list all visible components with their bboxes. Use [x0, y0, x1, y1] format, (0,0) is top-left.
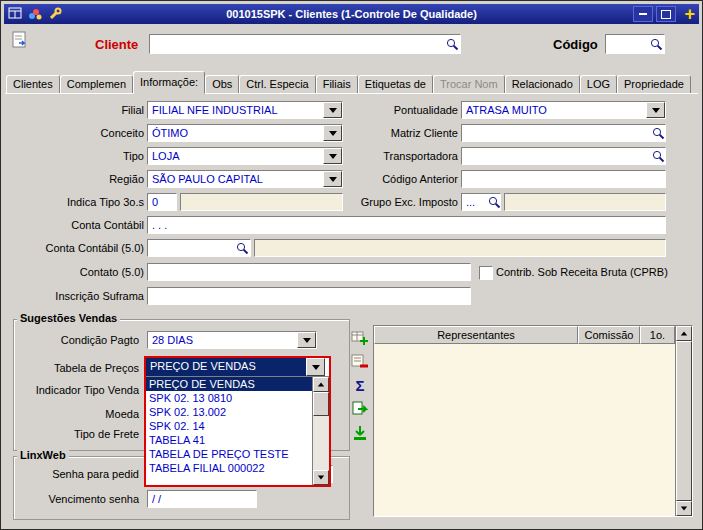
tab-obs[interactable]: Obs [205, 75, 239, 94]
chevron-down-icon [323, 148, 342, 164]
tabela-precos-list: PREÇO DE VENDAS SPK 02. 13 0810 SPK 02. … [146, 376, 329, 485]
regiao-combo[interactable]: SÃO PAULO CAPITAL [147, 170, 343, 188]
tab-complemento[interactable]: Complemen [60, 75, 133, 94]
matriz-cliente-input[interactable] [461, 124, 666, 142]
conta-contabil-50-search-icon[interactable] [235, 241, 249, 255]
codigo-label: Código [553, 37, 598, 52]
tabela-precos-label: Tabela de Preços [9, 359, 139, 377]
beads-icon[interactable] [28, 7, 42, 22]
list-item[interactable]: TABELA 41 [146, 433, 312, 447]
download-icon[interactable] [350, 423, 370, 443]
maximize-button[interactable] [656, 6, 676, 22]
grid-body[interactable] [374, 344, 675, 516]
tabela-precos-combo[interactable]: PREÇO DE VENDAS [146, 358, 325, 376]
cliente-search-icon[interactable] [445, 37, 459, 51]
grupo-exc-imposto-label: Grupo Exc. Imposto [346, 193, 458, 211]
matriz-cliente-search-icon[interactable] [651, 126, 665, 140]
condicao-pagto-combo[interactable]: 28 DIAS [147, 331, 317, 349]
tab-log[interactable]: LOG [580, 75, 617, 94]
scroll-up-icon [676, 326, 692, 341]
tab-filiais[interactable]: Filiais [316, 75, 358, 94]
matriz-cliente-label: Matriz Cliente [346, 124, 458, 142]
transportadora-label: Transportadora [346, 147, 458, 165]
tab-ctrl-especial[interactable]: Ctrl. Especia [239, 75, 315, 94]
cprb-checkbox[interactable] [479, 266, 493, 280]
transportadora-search-icon[interactable] [651, 149, 665, 163]
minimize-button[interactable] [633, 6, 653, 22]
app-window: 001015SPK - Clientes (1-Controle De Qual… [0, 0, 703, 530]
col-comissao[interactable]: Comissão [578, 326, 640, 344]
list-item[interactable]: TABELA FILIAL 000022 [146, 461, 312, 475]
tab-panel-divider [5, 93, 698, 94]
close-plus-icon[interactable]: + [684, 7, 695, 21]
condicao-pagto-label: Condição Pagto [9, 331, 139, 349]
list-item[interactable]: TABELA DE PREÇO TESTE [146, 447, 312, 461]
transportadora-input[interactable] [461, 147, 666, 165]
tab-trocar-nome: Trocar Nom [433, 75, 505, 94]
scroll-down-icon [313, 470, 329, 485]
chevron-down-icon [306, 358, 325, 376]
inscricao-suframa-input[interactable] [147, 287, 471, 305]
titlebar: 001015SPK - Clientes (1-Controle De Qual… [4, 4, 699, 24]
tab-etiquetas[interactable]: Etiquetas de [358, 75, 433, 94]
col-representantes[interactable]: Representantes [374, 326, 578, 344]
inscricao-suframa-label: Inscrição Suframa [9, 287, 144, 305]
chevron-down-icon [323, 125, 342, 141]
scroll-down-icon [676, 501, 692, 516]
cliente-input[interactable] [149, 34, 461, 54]
cliente-label: Cliente [95, 37, 138, 52]
export-doc-icon[interactable] [350, 399, 370, 419]
window-title: 001015SPK - Clientes (1-Controle De Qual… [4, 8, 699, 20]
vencimento-senha-label: Vencimento senha [9, 490, 139, 508]
tipo-frete-label: Tipo de Frete [9, 425, 139, 443]
tipo-combo[interactable]: LOJA [147, 147, 343, 165]
conceito-combo[interactable]: ÓTIMO [147, 124, 343, 142]
list-item[interactable]: PREÇO DE VENDAS [146, 377, 312, 391]
wrench-icon[interactable] [48, 7, 62, 22]
indica-tipo-desc-field [180, 193, 343, 211]
dropdown-scrollbar[interactable] [312, 377, 329, 485]
filial-label: Filial [9, 101, 144, 119]
col-1o[interactable]: 1o. [640, 326, 675, 344]
conta-contabil-input[interactable]: . . . [147, 216, 666, 234]
regiao-label: Região [9, 170, 144, 188]
tab-strip: Clientes Complemen Informaçõe: Obs Ctrl.… [6, 71, 697, 94]
list-item[interactable]: SPK 02. 13.002 [146, 405, 312, 419]
cprb-checkbox-label: Contrib. Sob Receita Bruta (CPRB) [496, 266, 668, 278]
tabela-precos-open-dropdown: PREÇO DE VENDAS PREÇO DE VENDAS SPK 02. … [144, 356, 331, 487]
list-item[interactable]: SPK 02. 14 [146, 419, 312, 433]
contato-50-input[interactable] [147, 263, 471, 281]
indica-tipo-label: Indica Tipo 3o.s [9, 193, 144, 211]
sugestoes-vendas-title: Sugestões Vendas [17, 312, 120, 324]
grid-add-icon[interactable] [350, 327, 370, 347]
codigo-anterior-input[interactable] [461, 170, 666, 188]
tipo-label: Tipo [9, 147, 144, 165]
indica-tipo-input[interactable]: 0 [147, 193, 177, 211]
chevron-down-icon [323, 102, 342, 118]
tab-clientes[interactable]: Clientes [6, 75, 60, 94]
conceito-label: Conceito [9, 124, 144, 142]
linxweb-title: LinxWeb [17, 449, 69, 461]
tab-informacoes[interactable]: Informaçõe: [133, 71, 205, 94]
codigo-search-icon[interactable] [649, 37, 663, 51]
vencimento-senha-input[interactable]: / / [147, 490, 257, 508]
grupo-exc-imposto-search-icon[interactable] [487, 195, 501, 209]
window-grid-icon[interactable] [8, 7, 22, 21]
list-item[interactable]: SPK 02. 13 0810 [146, 391, 312, 405]
chevron-down-icon [323, 171, 342, 187]
moeda-label: Moeda [9, 405, 139, 423]
grid-scrollbar[interactable] [675, 326, 692, 516]
sum-sigma-icon[interactable]: Σ [350, 375, 370, 395]
grid-remove-icon[interactable] [350, 351, 370, 371]
export-page-icon[interactable] [11, 31, 29, 51]
filial-combo[interactable]: FILIAL NFE INDUSTRIAL [147, 101, 343, 119]
contato-50-label: Contato (5.0) [9, 263, 144, 281]
chevron-down-icon [646, 102, 665, 118]
scroll-up-icon [313, 377, 329, 392]
tab-propriedade[interactable]: Propriedade [617, 75, 691, 94]
pontualidade-combo[interactable]: ATRASA MUITO [461, 101, 666, 119]
pontualidade-label: Pontualidade [346, 101, 458, 119]
senha-pedido-label: Senha para pedid [9, 465, 139, 483]
tab-relacionado[interactable]: Relacionado [505, 75, 580, 94]
conta-contabil-label: Conta Contábil [9, 216, 144, 234]
